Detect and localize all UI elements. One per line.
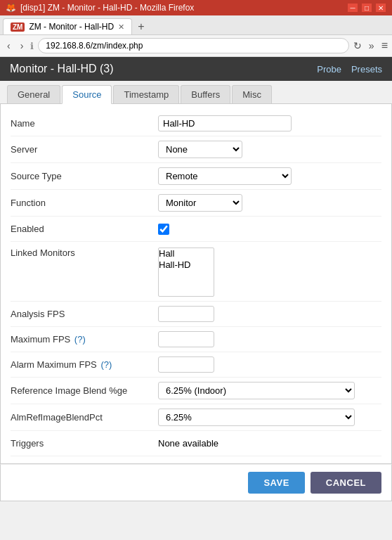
triggers-row: Triggers None available: [11, 431, 381, 456]
close-button[interactable]: ✕: [375, 3, 386, 13]
maximize-button[interactable]: □: [361, 3, 372, 13]
name-row: Name: [11, 111, 381, 136]
max-fps-row: Maximum FPS (?): [11, 327, 381, 352]
linked-monitor-hall-hd[interactable]: Hall-HD: [159, 259, 214, 271]
window-title: [disp1] ZM - Monitor - Hall-HD - Mozilla…: [20, 3, 194, 13]
linked-monitors-row: Linked Monitors Hall Hall-HD: [11, 242, 381, 302]
tab-bar: ZM ZM - Monitor - Hall-HD ✕ +: [0, 15, 392, 35]
alarm-max-fps-help[interactable]: (?): [100, 359, 112, 370]
tab-buffers[interactable]: Buffers: [181, 85, 230, 103]
linked-monitor-hall[interactable]: Hall: [159, 248, 214, 259]
source-type-row: Source Type Local Remote FFMPEG cURL Web…: [11, 163, 381, 190]
back-button[interactable]: ‹: [4, 39, 13, 53]
form-body: Name Server None Source Type Local Remot…: [0, 104, 392, 464]
enabled-checkbox[interactable]: [158, 224, 169, 235]
enabled-label: Enabled: [11, 224, 158, 234]
triggers-label: Triggers: [11, 438, 158, 449]
source-type-control: Local Remote FFMPEG cURL WebSite: [158, 167, 381, 185]
tab-misc[interactable]: Misc: [232, 85, 272, 103]
tab-close-button[interactable]: ✕: [118, 22, 124, 32]
name-label: Name: [11, 118, 158, 129]
analysis-fps-control: [158, 306, 381, 322]
alarm-max-fps-control: [158, 356, 381, 373]
server-row: Server None: [11, 136, 381, 163]
linked-monitors-control: Hall Hall-HD: [158, 248, 381, 297]
form-footer: SAVE CANCEL: [0, 464, 392, 501]
form-tabs: General Source Timestamp Buffers Misc: [0, 81, 392, 104]
browser-icon: 🦊: [6, 3, 16, 13]
analysis-fps-input[interactable]: [158, 306, 214, 322]
cancel-button[interactable]: CANCEL: [311, 472, 381, 494]
tab-source[interactable]: Source: [62, 85, 112, 104]
tab-general[interactable]: General: [7, 85, 60, 103]
reload-button[interactable]: ↻: [353, 40, 362, 51]
zm-logo: ZM: [11, 22, 25, 32]
minimize-button[interactable]: ─: [347, 3, 358, 13]
function-label: Function: [11, 198, 158, 208]
max-fps-help[interactable]: (?): [74, 334, 86, 345]
alm-ref-select[interactable]: 6.25%: [158, 409, 355, 426]
alarm-max-fps-row: Alarm Maximum FPS (?): [11, 352, 381, 378]
source-type-label: Source Type: [11, 171, 158, 181]
function-row: Function None Monitor Modect Record Moco…: [11, 190, 381, 217]
address-bar: ‹ › ℹ ↻ » ≡: [0, 35, 392, 57]
server-control: None: [158, 141, 381, 158]
page-title: Monitor - Hall-HD (3): [10, 63, 114, 75]
server-label: Server: [11, 144, 158, 155]
ref-blend-row: Reference Image Blend %ge 1% (Fast Chang…: [11, 378, 381, 404]
tab-label: ZM - Monitor - Hall-HD: [29, 22, 114, 32]
source-type-select[interactable]: Local Remote FFMPEG cURL WebSite: [158, 167, 292, 185]
app-header: Monitor - Hall-HD (3) Probe Presets: [0, 57, 392, 81]
enabled-row: Enabled: [11, 217, 381, 242]
alm-ref-control: 6.25%: [158, 409, 381, 426]
ref-blend-control: 1% (Fast Change) 2% 4% 6.25% (Indoor) 12…: [158, 382, 381, 399]
analysis-fps-label: Analysis FPS: [11, 309, 158, 319]
alm-ref-row: AlmRefImageBlendPct 6.25%: [11, 404, 381, 431]
ref-blend-select[interactable]: 1% (Fast Change) 2% 4% 6.25% (Indoor) 12…: [158, 382, 355, 399]
max-fps-label: Maximum FPS (?): [11, 334, 158, 345]
max-fps-input[interactable]: [158, 331, 214, 347]
alarm-max-fps-input[interactable]: [158, 356, 214, 373]
analysis-fps-row: Analysis FPS: [11, 302, 381, 327]
linked-monitors-select[interactable]: Hall Hall-HD: [158, 248, 214, 297]
info-icon: ℹ: [30, 41, 34, 51]
header-links: Probe Presets: [317, 64, 382, 75]
probe-link[interactable]: Probe: [317, 64, 341, 75]
alm-ref-label: AlmRefImageBlendPct: [11, 412, 158, 423]
forward-button[interactable]: ›: [18, 39, 27, 53]
tab-timestamp[interactable]: Timestamp: [113, 85, 179, 103]
ref-blend-label: Reference Image Blend %ge: [11, 385, 158, 396]
alarm-max-fps-label: Alarm Maximum FPS (?): [11, 359, 158, 370]
max-fps-control: [158, 331, 381, 347]
function-select[interactable]: None Monitor Modect Record Mocord Nodect: [158, 194, 242, 212]
presets-link[interactable]: Presets: [351, 64, 382, 75]
address-input[interactable]: [38, 38, 349, 53]
new-tab-button[interactable]: +: [133, 19, 148, 34]
enabled-control: [158, 224, 381, 235]
save-button[interactable]: SAVE: [248, 472, 304, 494]
more-button[interactable]: »: [366, 39, 377, 53]
menu-button[interactable]: ≡: [381, 39, 388, 52]
server-select[interactable]: None: [158, 141, 242, 158]
name-control: [158, 115, 381, 131]
linked-monitors-label: Linked Monitors: [11, 248, 158, 258]
name-input[interactable]: [158, 115, 292, 131]
triggers-value: None available: [158, 438, 381, 449]
function-control: None Monitor Modect Record Mocord Nodect: [158, 194, 381, 212]
title-bar-controls[interactable]: ─ □ ✕: [347, 3, 386, 13]
browser-tab[interactable]: ZM ZM - Monitor - Hall-HD ✕: [3, 18, 132, 34]
title-bar: 🦊 [disp1] ZM - Monitor - Hall-HD - Mozil…: [0, 0, 392, 15]
title-bar-left: 🦊 [disp1] ZM - Monitor - Hall-HD - Mozil…: [6, 3, 194, 13]
